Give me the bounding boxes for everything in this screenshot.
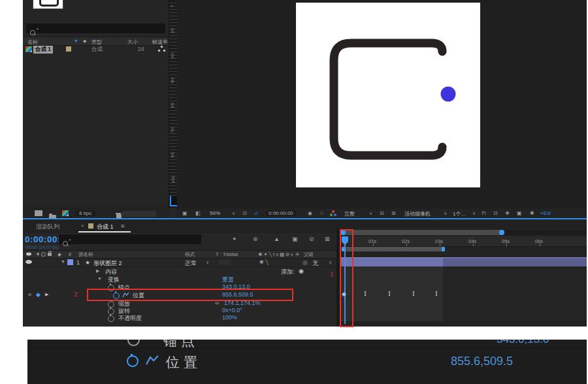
keyframe-next-icon[interactable]: ▶: [45, 292, 48, 297]
interpret-footage-icon[interactable]: [35, 210, 42, 216]
column-trkmat[interactable]: TrkMat: [223, 251, 238, 257]
tab-active-underline: [78, 231, 131, 232]
strip-stopwatch-icon: [127, 355, 139, 367]
camera-caret-icon[interactable]: ∨: [444, 211, 447, 216]
fast-preview-icon[interactable]: ⊡: [493, 210, 498, 216]
timeline-scrollbar[interactable]: [340, 230, 587, 235]
composition-canvas[interactable]: [296, 3, 480, 187]
pixel-aspect-icon[interactable]: ⊓: [482, 210, 485, 216]
footer-pill: [121, 211, 157, 217]
project-search-input[interactable]: ▾: [26, 24, 165, 33]
search-caret-icon: ▾: [69, 238, 71, 242]
transparency-grid-icon[interactable]: ▱: [254, 210, 258, 216]
add-button-icon[interactable]: ◉: [299, 268, 304, 274]
brainstorm-icon[interactable]: ⊘: [309, 236, 314, 242]
scrollbar-thumb[interactable]: [340, 230, 504, 235]
motion-blur-icon[interactable]: ▣: [292, 236, 298, 242]
camera-select[interactable]: 活动摄像机: [404, 210, 431, 217]
position-keyframe[interactable]: I: [412, 291, 415, 297]
exposure-gear-icon[interactable]: ✱: [530, 210, 534, 216]
layer-expander-icon[interactable]: ▼: [61, 259, 65, 264]
layer-switches-icons[interactable]: ✱ ╲: [259, 259, 269, 265]
c-shape: [296, 3, 480, 187]
views-caret-icon[interactable]: ∨: [472, 211, 476, 216]
roi-icon[interactable]: ⊡: [242, 210, 247, 216]
ruler-tick-label: 06s: [535, 238, 543, 244]
rgb-channels-icon[interactable]: [330, 210, 338, 216]
tab-close-icon[interactable]: ×: [81, 223, 84, 229]
lock-column-icon: [48, 253, 52, 256]
views-select[interactable]: 1个...: [453, 210, 465, 217]
rotation-value[interactable]: 0x+0.0°: [222, 307, 242, 313]
viewer-time[interactable]: 0:00:00:00: [266, 210, 296, 216]
zoom-caret-icon[interactable]: ∨: [232, 211, 235, 216]
project-item-name[interactable]: 合成 1: [33, 46, 53, 54]
timeline-right-pane: 01s 02s 03s 04s 05s 06s: [340, 229, 587, 325]
resolution-caret-icon[interactable]: ∨: [369, 211, 372, 216]
bpc-button[interactable]: 8 bpc: [75, 210, 96, 216]
region-icon[interactable]: ⊞: [391, 210, 396, 216]
timeline-search-input[interactable]: ▾: [59, 234, 201, 244]
opacity-value[interactable]: 100%: [222, 314, 237, 321]
timeline-flow-icon[interactable]: ❖: [505, 210, 510, 216]
column-t[interactable]: T: [216, 251, 219, 257]
contents-expander-icon[interactable]: ▶: [96, 268, 99, 274]
ghost-icon[interactable]: ⊙: [319, 210, 324, 216]
ruler-tick-label: 05s: [502, 238, 510, 244]
mask-toggle-icon[interactable]: ⊟: [380, 210, 384, 216]
column-mode[interactable]: 模式: [185, 251, 195, 258]
shy-icon[interactable]: ⊛: [253, 236, 258, 242]
composition-mini-flowchart-icon[interactable]: ✦: [232, 236, 237, 242]
project-item-type: 合成: [91, 46, 103, 54]
tab-comp[interactable]: 合成 1: [97, 223, 114, 231]
exposure-value[interactable]: +0.0: [540, 210, 551, 216]
strip-position-value: 855.6,509.5: [451, 355, 513, 368]
new-composition-icon[interactable]: [62, 210, 69, 216]
tab-render-queue[interactable]: 渲染队列: [36, 223, 59, 231]
opacity-stopwatch-icon[interactable]: [108, 315, 114, 322]
trkmat-box[interactable]: [219, 259, 231, 265]
ruler-label: 1050: [171, 176, 175, 183]
index-column: #: [69, 251, 71, 257]
search-caret-icon: ▾: [37, 27, 39, 31]
column-source-name[interactable]: 源名称: [78, 251, 93, 258]
layer-color-swatch[interactable]: [67, 259, 73, 265]
zoom-select[interactable]: 50%: [210, 210, 220, 216]
position-keyframe[interactable]: I: [435, 291, 438, 297]
resolution-select[interactable]: 完整: [344, 210, 355, 217]
layer-eye-icon[interactable]: [25, 260, 32, 264]
blend-mode-caret-icon[interactable]: ∨: [206, 260, 209, 265]
annotation-box-position: [87, 289, 293, 301]
tab-menu-icon[interactable]: ≡: [121, 223, 124, 229]
solo-column-icon: [41, 252, 46, 257]
parent-caret-icon[interactable]: ∨: [329, 260, 332, 265]
time-ruler[interactable]: 01s 02s 03s 04s 05s 06s: [340, 236, 587, 247]
sort-arrow-icon[interactable]: ▼: [74, 39, 78, 43]
magnified-strip: 锚点 343.0,13.0 位置 855.6,509.5 缩放 ∞: [27, 340, 587, 384]
position-keyframe[interactable]: I: [364, 291, 367, 297]
layer-row[interactable]: ▼ 1 ★ 形状图层 2 正常 ∨ ✱ ╲ ◎ 无 ∨: [23, 258, 336, 267]
work-area-bar[interactable]: [342, 247, 445, 251]
transform-expander-icon[interactable]: ▼: [97, 276, 102, 281]
flowchart-icon[interactable]: ▣: [517, 210, 522, 216]
parent-pickwhip-icon[interactable]: ◎: [302, 259, 308, 266]
project-item-row[interactable]: 合成 1 合成 24: [23, 45, 169, 54]
layer-duration-bar[interactable]: [340, 257, 587, 266]
strip-anchor-value: 343.0,13.0: [497, 340, 549, 346]
annotation-box-playhead: [340, 229, 353, 327]
position-keyframe[interactable]: I: [388, 291, 391, 297]
frame-blend-icon[interactable]: ▲: [274, 236, 280, 242]
ruler-tick-label: 02s: [402, 238, 410, 244]
project-panel: ▾ 名称 ▼ ◆ 类型 大小 帧速率 合成 1 合成 24 8 bpc: [23, 0, 169, 218]
column-parent[interactable]: 父级: [304, 251, 314, 258]
snapshot-icon[interactable]: ▣: [182, 210, 188, 216]
label-color-swatch[interactable]: [66, 46, 71, 52]
opacity-label[interactable]: 不透明度: [118, 314, 142, 323]
show-channel-icon[interactable]: ◧: [195, 210, 201, 216]
eye-column-icon: [26, 253, 31, 256]
camera-icon[interactable]: ◉: [308, 210, 312, 216]
keyframe-current-icon[interactable]: ◆: [36, 291, 41, 298]
opacity-row: 不透明度 100%: [23, 314, 336, 322]
graph-editor-icon[interactable]: ⊠: [325, 236, 330, 242]
keyframe-prev-icon[interactable]: ◀: [27, 292, 31, 297]
